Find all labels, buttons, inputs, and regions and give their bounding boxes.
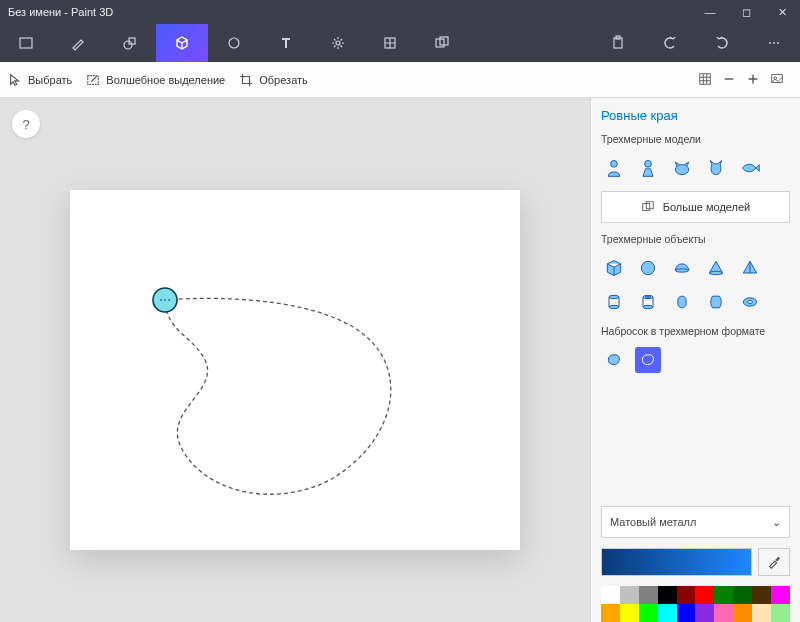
color-swatch[interactable] xyxy=(658,586,677,604)
help-button[interactable]: ? xyxy=(12,110,40,138)
svg-rect-14 xyxy=(700,73,711,84)
undo-tab[interactable] xyxy=(644,24,696,62)
redo-tab[interactable] xyxy=(696,24,748,62)
minimize-button[interactable]: — xyxy=(692,0,728,24)
color-swatch[interactable] xyxy=(771,604,790,622)
select-label: Выбрать xyxy=(28,74,72,86)
zoom-in-icon[interactable] xyxy=(746,72,760,88)
color-swatch[interactable] xyxy=(639,586,658,604)
more-models-label: Больше моделей xyxy=(663,201,751,213)
color-swatch[interactable] xyxy=(620,586,639,604)
close-button[interactable]: ✕ xyxy=(764,0,800,24)
color-swatch[interactable] xyxy=(771,586,790,604)
topbar xyxy=(0,24,800,62)
window-controls: — ◻ ✕ xyxy=(692,0,800,24)
color-swatch[interactable] xyxy=(752,586,771,604)
maximize-button[interactable]: ◻ xyxy=(728,0,764,24)
more-models-button[interactable]: Больше моделей xyxy=(601,191,790,223)
color-swatch[interactable] xyxy=(601,604,620,622)
color-swatch[interactable] xyxy=(639,604,658,622)
menu-tab[interactable] xyxy=(0,24,52,62)
object-tube-icon[interactable] xyxy=(635,289,661,315)
color-swatch[interactable] xyxy=(677,586,696,604)
canvas-area: ? xyxy=(0,98,590,622)
color-swatch[interactable] xyxy=(677,604,696,622)
svg-point-27 xyxy=(609,305,619,308)
color-swatch[interactable] xyxy=(733,604,752,622)
svg-point-19 xyxy=(645,161,652,168)
view-icon[interactable] xyxy=(770,72,784,88)
doodle-row xyxy=(601,347,790,373)
model-dog-icon[interactable] xyxy=(669,155,695,181)
canvas[interactable] xyxy=(70,190,520,550)
model-fish-icon[interactable] xyxy=(737,155,763,181)
brushes-tab[interactable] xyxy=(52,24,104,62)
window-title: Без имени - Paint 3D xyxy=(8,6,113,18)
model-woman-icon[interactable] xyxy=(635,155,661,181)
crop-button[interactable]: Обрезать xyxy=(239,73,308,87)
color-palette xyxy=(601,586,790,622)
models-label: Трехмерные модели xyxy=(601,133,790,145)
sidebar-heading: Ровные края xyxy=(601,108,790,123)
select-button[interactable]: Выбрать xyxy=(8,73,72,87)
doodle-label: Набросок в трехмерном формате xyxy=(601,325,790,337)
model-man-icon[interactable] xyxy=(601,155,627,181)
svg-point-24 xyxy=(675,269,688,272)
stickers-tab[interactable] xyxy=(208,24,260,62)
model-cat-icon[interactable] xyxy=(703,155,729,181)
svg-point-3 xyxy=(229,38,239,48)
svg-point-12 xyxy=(777,42,779,44)
library-tab[interactable] xyxy=(416,24,468,62)
doodle-sharp-icon[interactable] xyxy=(635,347,661,373)
grid-icon[interactable] xyxy=(698,72,712,88)
color-swatch[interactable] xyxy=(714,604,733,622)
svg-point-4 xyxy=(336,41,340,45)
object-cone-icon[interactable] xyxy=(703,255,729,281)
svg-point-29 xyxy=(646,296,651,298)
object-capsule-icon[interactable] xyxy=(669,289,695,315)
toolbar: Выбрать Волшебное выделение Обрезать xyxy=(0,62,800,98)
color-swatch[interactable] xyxy=(752,604,771,622)
color-swatch[interactable] xyxy=(601,586,620,604)
zoom-out-icon[interactable] xyxy=(722,72,736,88)
color-bar xyxy=(601,548,790,576)
sidebar: Ровные края Трехмерные модели Больше мод… xyxy=(590,98,800,622)
svg-point-30 xyxy=(643,305,653,308)
2d-shapes-tab[interactable] xyxy=(104,24,156,62)
object-pyramid-icon[interactable] xyxy=(737,255,763,281)
canvas-tab[interactable] xyxy=(364,24,416,62)
color-swatch[interactable] xyxy=(695,586,714,604)
material-select[interactable]: Матовый металл ⌄ xyxy=(601,506,790,538)
object-hemisphere-icon[interactable] xyxy=(669,255,695,281)
eyedropper-button[interactable] xyxy=(758,548,790,576)
svg-point-25 xyxy=(709,271,722,274)
svg-point-18 xyxy=(611,161,618,168)
color-swatch[interactable] xyxy=(733,586,752,604)
toolbar-right xyxy=(698,72,792,88)
magic-select-button[interactable]: Волшебное выделение xyxy=(86,73,225,87)
svg-point-1 xyxy=(124,41,132,49)
3d-shapes-tab[interactable] xyxy=(156,24,208,62)
color-swatch[interactable] xyxy=(695,604,714,622)
models-row xyxy=(601,155,790,181)
effects-tab[interactable] xyxy=(312,24,364,62)
color-swatch[interactable] xyxy=(620,604,639,622)
object-cube-icon[interactable] xyxy=(601,255,627,281)
paste-tab[interactable] xyxy=(592,24,644,62)
text-tab[interactable] xyxy=(260,24,312,62)
object-torus-icon[interactable] xyxy=(737,289,763,315)
chevron-down-icon: ⌄ xyxy=(772,516,781,529)
color-swatch[interactable] xyxy=(714,586,733,604)
more-tab[interactable] xyxy=(748,24,800,62)
drawing-path xyxy=(70,190,520,550)
doodle-soft-icon[interactable] xyxy=(601,347,627,373)
object-curved-cylinder-icon[interactable] xyxy=(703,289,729,315)
svg-rect-0 xyxy=(20,38,32,48)
svg-point-23 xyxy=(641,261,654,274)
current-color[interactable] xyxy=(601,548,752,576)
object-sphere-icon[interactable] xyxy=(635,255,661,281)
magic-select-label: Волшебное выделение xyxy=(106,74,225,86)
color-swatch[interactable] xyxy=(658,604,677,622)
object-cylinder-icon[interactable] xyxy=(601,289,627,315)
svg-rect-31 xyxy=(678,296,686,308)
